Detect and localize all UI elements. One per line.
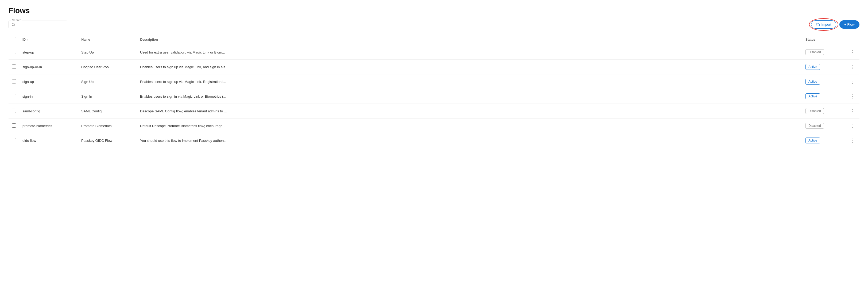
row-id: saml-config — [19, 104, 78, 118]
row-name: SAML Config — [78, 104, 137, 118]
import-label: Import — [822, 23, 831, 26]
row-checkbox[interactable] — [12, 123, 16, 128]
row-name: Sign In — [78, 89, 137, 104]
row-checkbox-cell — [8, 89, 19, 104]
flow-button-label: + Flow — [844, 23, 855, 26]
svg-line-1 — [14, 25, 15, 26]
row-description: Enables users to sign in via Magic Link … — [137, 89, 802, 104]
table-row: promote-biometrics Promote Biometrics De… — [8, 118, 860, 133]
import-button[interactable]: Import — [811, 20, 836, 29]
table-row: sign-in Sign In Enables users to sign in… — [8, 89, 860, 104]
row-id: step-up — [19, 45, 78, 60]
status-badge: Active — [805, 137, 820, 143]
row-id: promote-biometrics — [19, 118, 78, 133]
row-more-menu-button[interactable]: ⋮ — [848, 93, 856, 100]
row-name: Passkey OIDC Flow — [78, 133, 137, 148]
status-badge: Active — [805, 93, 820, 99]
row-actions: ⋮ — [845, 74, 860, 89]
table-row: sign-up Sign Up Enables users to sign up… — [8, 74, 860, 89]
header-name-label: Name — [82, 38, 90, 42]
search-label: Search — [11, 19, 22, 22]
page-title: Flows — [8, 6, 860, 15]
table-row: step-up Step Up Used for extra user vali… — [8, 45, 860, 60]
status-badge: Disabled — [805, 123, 824, 129]
row-actions: ⋮ — [845, 45, 860, 60]
status-badge: Disabled — [805, 49, 824, 55]
row-checkbox-cell — [8, 104, 19, 118]
row-checkbox-cell — [8, 74, 19, 89]
import-button-wrapper: Import — [811, 20, 836, 29]
row-description: Enables users to sign up via Magic Link,… — [137, 60, 802, 74]
table-row: oidc-flow Passkey OIDC Flow You should u… — [8, 133, 860, 148]
header-name: Name — [78, 34, 137, 45]
row-status: Active — [802, 60, 845, 74]
header-actions — [845, 34, 860, 45]
row-more-menu-button[interactable]: ⋮ — [848, 122, 856, 129]
row-description: Used for extra user validation, via Magi… — [137, 45, 802, 60]
header-status-label: Status — [805, 38, 815, 42]
status-badge: Active — [805, 79, 820, 85]
row-checkbox-cell — [8, 60, 19, 74]
row-status: Disabled — [802, 45, 845, 60]
table-row: saml-config SAML Config Descope SAML Con… — [8, 104, 860, 118]
row-checkbox[interactable] — [12, 79, 16, 83]
status-badge: Disabled — [805, 108, 824, 114]
select-all-checkbox[interactable] — [12, 37, 16, 41]
header-id-label: ID — [23, 38, 26, 42]
table-header: ID ↓ Name Description Status ↑ — [8, 34, 860, 45]
row-actions: ⋮ — [845, 118, 860, 133]
row-more-menu-button[interactable]: ⋮ — [848, 137, 856, 144]
header-checkbox-cell — [8, 34, 19, 45]
add-flow-button[interactable]: + Flow — [839, 20, 860, 29]
row-description: Default Descope Promote Biometrics flow;… — [137, 118, 802, 133]
row-status: Disabled — [802, 118, 845, 133]
row-status: Active — [802, 74, 845, 89]
row-name: Sign Up — [78, 74, 137, 89]
row-more-menu-button[interactable]: ⋮ — [848, 78, 856, 85]
row-description: Descope SAML Config flow; enables tenant… — [137, 104, 802, 118]
row-checkbox[interactable] — [12, 94, 16, 98]
row-id: oidc-flow — [19, 133, 78, 148]
row-id: sign-up — [19, 74, 78, 89]
row-id: sign-in — [19, 89, 78, 104]
row-name: Step Up — [78, 45, 137, 60]
upload-icon — [816, 23, 820, 26]
search-container: Search — [8, 21, 67, 28]
row-id: sign-up-or-in — [19, 60, 78, 74]
row-checkbox-cell — [8, 45, 19, 60]
status-badge: Active — [805, 64, 820, 70]
row-description: You should use this flow to implement Pa… — [137, 133, 802, 148]
page-container: Flows Search Im — [0, 0, 868, 154]
status-sort-icon[interactable]: ↑ — [816, 38, 818, 41]
row-actions: ⋮ — [845, 89, 860, 104]
row-checkbox[interactable] — [12, 138, 16, 142]
search-icon — [11, 23, 15, 26]
row-status: Active — [802, 133, 845, 148]
search-input-wrapper — [8, 21, 67, 28]
row-checkbox[interactable] — [12, 50, 16, 54]
toolbar: Search Import — [8, 20, 860, 29]
row-status: Disabled — [802, 104, 845, 118]
table-body: step-up Step Up Used for extra user vali… — [8, 45, 860, 148]
row-more-menu-button[interactable]: ⋮ — [848, 63, 856, 71]
row-checkbox[interactable] — [12, 64, 16, 69]
header-description: Description — [137, 34, 802, 45]
row-actions: ⋮ — [845, 133, 860, 148]
row-name: Cognito User Pool — [78, 60, 137, 74]
header-id: ID ↓ — [19, 34, 78, 45]
actions-right: Import + Flow — [811, 20, 860, 29]
row-name: Promote Biometrics — [78, 118, 137, 133]
row-checkbox[interactable] — [12, 109, 16, 113]
row-more-menu-button[interactable]: ⋮ — [848, 108, 856, 114]
search-input[interactable] — [17, 23, 64, 26]
id-sort-icon[interactable]: ↓ — [27, 38, 28, 41]
table-row: sign-up-or-in Cognito User Pool Enables … — [8, 60, 860, 74]
svg-point-0 — [12, 23, 14, 25]
row-status: Active — [802, 89, 845, 104]
header-status: Status ↑ — [802, 34, 845, 45]
row-checkbox-cell — [8, 133, 19, 148]
row-actions: ⋮ — [845, 104, 860, 118]
row-more-menu-button[interactable]: ⋮ — [848, 49, 856, 56]
header-description-label: Description — [140, 38, 158, 42]
row-actions: ⋮ — [845, 60, 860, 74]
